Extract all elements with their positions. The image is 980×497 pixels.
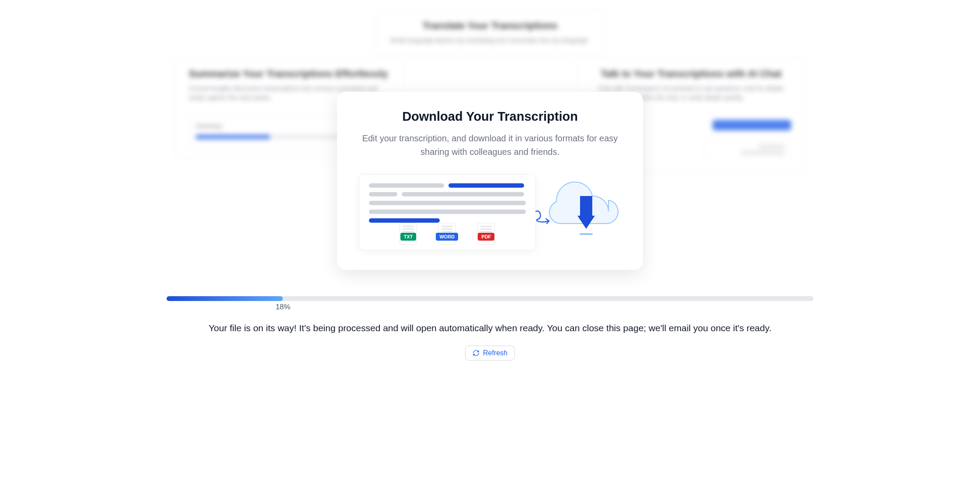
- format-word: WORD: [436, 232, 458, 240]
- progress-fill: [167, 296, 283, 301]
- curly-arrow-icon: [534, 207, 556, 229]
- status-text: Your file is on its way! It's being proc…: [167, 321, 813, 335]
- format-pdf-label: PDF: [478, 233, 494, 241]
- format-word-label: WORD: [436, 233, 458, 241]
- refresh-icon: [473, 350, 480, 357]
- cloud-download-icon: [547, 178, 621, 244]
- svg-rect-1: [580, 233, 593, 235]
- cloud-download-illustration: [547, 174, 621, 246]
- format-pdf: PDF: [478, 232, 494, 240]
- svg-rect-0: [580, 196, 592, 216]
- file-format-tags: TXT WORD PDF: [369, 232, 526, 240]
- modal-description: Edit your transcription, and download it…: [359, 132, 621, 159]
- modal-illustration: TXT WORD PDF: [359, 174, 621, 250]
- refresh-button-label: Refresh: [483, 349, 507, 357]
- modal-title: Download Your Transcription: [359, 109, 621, 124]
- progress-section: 18% Your file is on its way! It's being …: [158, 296, 822, 360]
- format-txt-label: TXT: [400, 233, 417, 241]
- page-container: Translate Your Transcriptions Break lang…: [149, 0, 831, 369]
- modal-wrap: Download Your Transcription Edit your tr…: [158, 9, 822, 270]
- download-modal: Download Your Transcription Edit your tr…: [337, 92, 643, 270]
- document-preview: TXT WORD PDF: [359, 174, 536, 250]
- refresh-button[interactable]: Refresh: [465, 346, 515, 360]
- progress-percent-label: 18%: [275, 303, 290, 312]
- progress-bar: [167, 296, 813, 301]
- format-txt: TXT: [400, 232, 417, 240]
